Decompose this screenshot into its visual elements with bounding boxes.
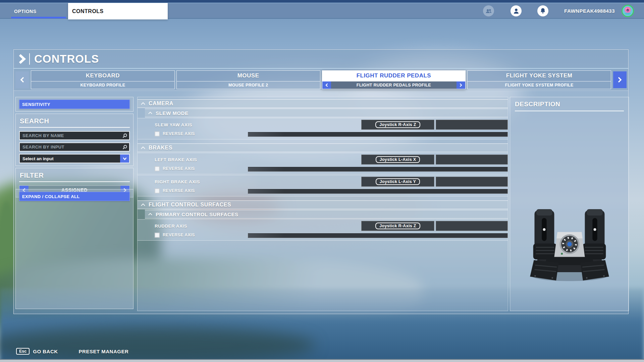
axis-row-right-brake: RIGHT BRAKE AXIS Joystick L-Axis Y REVER… <box>138 175 508 196</box>
search-by-input-box <box>19 142 130 152</box>
expand-collapse-all-button[interactable]: EXPAND / COLLAPSE ALL <box>19 192 130 201</box>
filter-underline <box>19 181 130 182</box>
axis-position-slider[interactable] <box>248 189 508 194</box>
section-header-primary-control-surfaces[interactable]: PRIMARY CONTROL SURFACES <box>145 210 508 219</box>
axis-position-slider[interactable] <box>248 132 508 137</box>
axis-position-slider[interactable] <box>248 233 508 238</box>
binding-slot-primary[interactable]: Joystick L-Axis X <box>361 155 434 165</box>
device-tab-flight-yoke-system[interactable]: FLIGHT YOKE SYSTEM FLIGHT YOKE SYSTEM PR… <box>467 70 611 89</box>
sensitivity-button[interactable]: SENSITIVITY <box>19 100 130 109</box>
reverse-axis-label: REVERSE AXIS <box>163 131 195 136</box>
device-tab-list: KEYBOARD KEYBOARD PROFILE MOUSE MOUSE PR… <box>31 70 611 89</box>
go-back-button[interactable]: GO BACK <box>33 349 58 354</box>
section-header-label: BRAKES <box>149 145 172 151</box>
sensitivity-section: SENSITIVITY <box>15 97 133 112</box>
bindings-content: CAMERA SLEW MODE SLEW YAW AXIS Joystick … <box>137 97 508 311</box>
select-input-value: Select an input <box>20 156 120 161</box>
device-tab-subtitle: FLIGHT RUDDER PEDALS PROFILE <box>357 83 431 87</box>
footer-bar: Esc GO BACK PRESET MANAGER <box>16 348 128 355</box>
device-tabs-prev-button[interactable] <box>15 71 29 88</box>
profile-prev-button[interactable] <box>322 81 331 89</box>
top-bar: OPTIONS CONTROLS <box>0 0 644 19</box>
binding-slot-secondary[interactable] <box>436 120 508 130</box>
binding-keycap: Joystick R-Axis Z <box>375 121 420 128</box>
section-header-flight-control-surfaces[interactable]: FLIGHT CONTROL SURFACES <box>138 200 508 209</box>
chevron-down-icon <box>123 157 127 160</box>
axis-label: LEFT BRAKE AXIS <box>155 157 197 162</box>
binding-keycap: Joystick R-Axis Z <box>375 223 420 229</box>
reverse-axis-row: REVERSE AXIS <box>138 165 508 172</box>
binding-slot-secondary[interactable] <box>436 221 508 231</box>
preset-manager-button[interactable]: PRESET MANAGER <box>79 349 129 354</box>
page-title: CONTROLS <box>34 53 99 65</box>
device-tab-subtitle: FLIGHT YOKE SYSTEM PROFILE <box>468 81 611 89</box>
device-tab-strip: KEYBOARD KEYBOARD PROFILE MOUSE MOUSE PR… <box>14 69 628 91</box>
filter-section-title: FILTER <box>19 171 130 181</box>
reverse-axis-label: REVERSE AXIS <box>163 188 195 193</box>
profile-icon[interactable] <box>511 5 522 16</box>
device-tab-title: KEYBOARD <box>31 71 174 81</box>
device-tab-mouse[interactable]: MOUSE MOUSE PROFILE 2 <box>176 70 320 89</box>
device-tab-keyboard[interactable]: KEYBOARD KEYBOARD PROFILE <box>31 70 175 89</box>
binding-slot-secondary[interactable] <box>436 155 508 165</box>
reverse-axis-label: REVERSE AXIS <box>163 233 195 237</box>
top-bar-accent-strip <box>0 0 644 3</box>
section-header-camera[interactable]: CAMERA <box>138 99 508 108</box>
expand-collapse-section: EXPAND / COLLAPSE ALL <box>15 189 133 309</box>
device-tab-flight-rudder-pedals[interactable]: FLIGHT RUDDER PEDALS FLIGHT RUDDER PEDAL… <box>322 70 466 89</box>
collapse-caret-icon <box>148 112 152 114</box>
description-panel: DESCRIPTION <box>510 97 629 311</box>
reverse-axis-checkbox[interactable] <box>155 166 160 171</box>
tab-controls-active[interactable]: CONTROLS <box>68 3 168 19</box>
reverse-axis-row: REVERSE AXIS <box>138 187 508 194</box>
chevron-right-icon <box>18 54 26 64</box>
reverse-axis-checkbox[interactable] <box>155 188 160 193</box>
chevron-left-icon <box>325 83 328 87</box>
section-header-slew-mode[interactable]: SLEW MODE <box>145 109 508 117</box>
device-tabs-next-button[interactable] <box>613 71 627 88</box>
search-by-name-input[interactable] <box>19 131 130 140</box>
tab-options[interactable]: OPTIONS <box>11 4 66 18</box>
collapse-caret-icon <box>148 213 152 216</box>
search-by-input-input[interactable] <box>19 142 130 152</box>
reverse-axis-row: REVERSE AXIS <box>138 232 508 238</box>
friends-icon[interactable] <box>483 5 494 16</box>
collapse-caret-icon <box>141 203 145 206</box>
notifications-bell-icon[interactable] <box>537 5 548 16</box>
avatar[interactable] <box>622 5 634 17</box>
profile-next-button[interactable] <box>457 81 465 89</box>
axis-binding-row: LEFT BRAKE AXIS Joystick L-Axis X <box>138 155 508 165</box>
axis-position-slider[interactable] <box>248 167 508 172</box>
expand-collapse-all-label: EXPAND / COLLAPSE ALL <box>22 194 80 199</box>
collapse-caret-icon <box>141 102 145 105</box>
select-input-dropdown[interactable]: Select an input <box>19 154 130 163</box>
collapse-caret-icon <box>141 146 145 149</box>
device-tab-subtitle: KEYBOARD PROFILE <box>31 81 174 89</box>
axis-row-slew-yaw: SLEW YAW AXIS Joystick R-Axis Z REVERSE … <box>138 118 508 139</box>
binding-slot-primary[interactable]: Joystick R-Axis Z <box>361 120 434 130</box>
section-header-brakes[interactable]: BRAKES <box>138 143 508 152</box>
binding-keycap: Joystick L-Axis X <box>376 156 420 163</box>
controls-panel: CONTROLS KEYBOARD KEYBOARD PROFILE MOUSE… <box>13 49 629 314</box>
binding-slot-primary[interactable]: Joystick R-Axis Z <box>361 221 434 231</box>
section-header-label: FLIGHT CONTROL SURFACES <box>149 202 231 208</box>
sidebar: SENSITIVITY SEARCH <box>15 97 133 311</box>
dropdown-arrow-button[interactable] <box>120 155 129 163</box>
binding-slot-primary[interactable]: Joystick L-Axis Y <box>361 177 434 187</box>
axis-binding-row: RUDDER AXIS Joystick R-Axis Z <box>138 221 508 231</box>
device-tab-title: FLIGHT RUDDER PEDALS <box>322 71 466 81</box>
description-title: DESCRIPTION <box>515 101 624 111</box>
footer-shade <box>0 327 315 362</box>
top-bar-row: OPTIONS CONTROLS <box>0 3 644 19</box>
binding-slot-secondary[interactable] <box>436 177 508 187</box>
reverse-axis-row: REVERSE AXIS <box>138 130 508 137</box>
tab-options-label: OPTIONS <box>14 9 37 14</box>
axis-binding-row: SLEW YAW AXIS Joystick R-Axis Z <box>138 120 508 130</box>
reverse-axis-checkbox[interactable] <box>155 131 160 136</box>
username: FAWNPEAK4988433 <box>564 8 615 14</box>
msfs-controls-screen: OPTIONS CONTROLS <box>0 0 644 362</box>
search-icon <box>122 133 127 138</box>
reverse-axis-checkbox[interactable] <box>155 233 160 238</box>
top-right-cluster: FAWNPEAK4988433 <box>483 3 644 19</box>
description-underline <box>515 111 624 111</box>
